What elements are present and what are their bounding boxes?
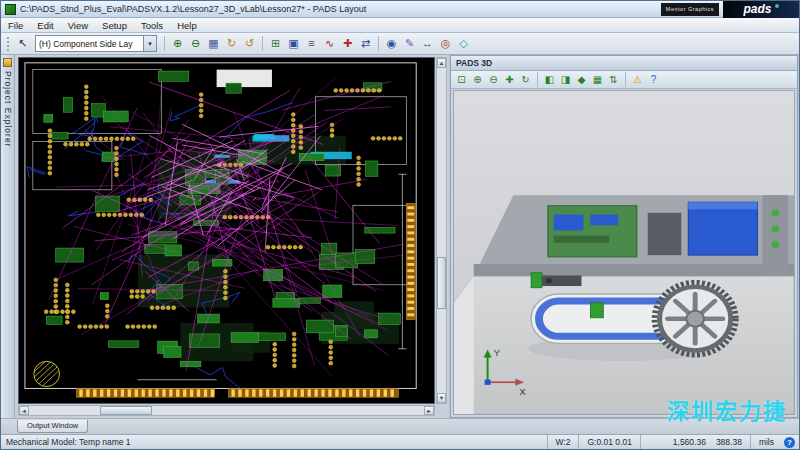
warning-icon[interactable]: ⚠ xyxy=(630,72,645,87)
swap-icon[interactable]: ⇄ xyxy=(357,35,374,52)
padstack-icon[interactable]: ◉ xyxy=(383,35,400,52)
view-top-icon[interactable]: ◨ xyxy=(558,72,573,87)
pads-layout-window: C:\PADS_Stnd_Plus_Eval\PADSVX.1.2\Lesson… xyxy=(0,0,800,450)
project-explorer-strip[interactable]: Project Explorer xyxy=(1,55,15,418)
route-icon[interactable]: ∿ xyxy=(321,35,338,52)
grid-setup-icon[interactable]: ⊞ xyxy=(267,35,284,52)
horizontal-scroll-thumb[interactable] xyxy=(100,406,152,415)
redraw-icon[interactable]: ↻ xyxy=(223,35,240,52)
zoom-fit-icon[interactable]: ⊡ xyxy=(454,72,469,87)
layer-dropdown[interactable]: (H) Component Side Lay ▾ xyxy=(35,35,157,52)
menu-tools[interactable]: Tools xyxy=(134,18,170,33)
undo-icon[interactable]: ↺ xyxy=(241,35,258,52)
status-units: mils xyxy=(750,435,782,449)
title-bar: C:\PADS_Stnd_Plus_Eval\PADSVX.1.2\Lesson… xyxy=(1,1,799,18)
status-coordinates: 1,560.36 388.38 xyxy=(640,435,750,449)
toolbar-separator xyxy=(537,72,538,87)
pads-3d-panel: PADS 3D ⊡ ⊕ ⊖ ✚ ↻ ◧ ◨ ◆ ▦ ⇅ ⚠ ? xyxy=(450,55,798,418)
pads-3d-toolbar: ⊡ ⊕ ⊖ ✚ ↻ ◧ ◨ ◆ ▦ ⇅ ⚠ ? xyxy=(451,71,797,89)
status-coord-y: 388.38 xyxy=(716,437,742,447)
verify-design-icon[interactable]: ◎ xyxy=(437,35,454,52)
view-iso-icon[interactable]: ◆ xyxy=(574,72,589,87)
scroll-left-icon[interactable]: ◄ xyxy=(19,406,29,415)
app-icon xyxy=(5,4,16,15)
zoom-in-icon[interactable]: ⊕ xyxy=(470,72,485,87)
menu-view[interactable]: View xyxy=(61,18,95,33)
scroll-up-icon[interactable]: ▲ xyxy=(437,58,446,68)
pads-3d-titlebar[interactable]: PADS 3D xyxy=(451,56,797,71)
pads-logo-text: pads xyxy=(743,2,771,16)
project-explorer-icon xyxy=(3,58,12,67)
help-icon[interactable]: ? xyxy=(646,72,661,87)
pcb-zone: ▲ ▼ ◄ ► xyxy=(15,55,449,418)
zoom-out-icon[interactable]: ⊖ xyxy=(486,72,501,87)
pads-logo: pads xyxy=(723,1,799,18)
menu-edit[interactable]: Edit xyxy=(30,18,60,33)
toolbar-separator xyxy=(625,72,626,87)
vertical-scroll-track[interactable] xyxy=(437,68,446,393)
wireframe-icon[interactable]: ▦ xyxy=(590,72,605,87)
scroll-down-icon[interactable]: ▼ xyxy=(437,393,446,403)
chevron-down-icon[interactable]: ▾ xyxy=(143,36,156,51)
flip-board-icon[interactable]: ⇅ xyxy=(606,72,621,87)
window-title: C:\PADS_Stnd_Plus_Eval\PADSVX.1.2\Lesson… xyxy=(20,4,657,14)
menu-bar: File Edit View Setup Tools Help xyxy=(1,18,799,33)
status-bar: Mechanical Model: Temp name 1 W:2 G:0.01… xyxy=(1,434,799,449)
pcb-vertical-scrollbar[interactable]: ▲ ▼ xyxy=(436,57,447,404)
pcb-drawing xyxy=(19,58,434,403)
layer-dropdown-value: (H) Component Side Lay xyxy=(36,39,143,49)
board-fit-icon[interactable]: ▦ xyxy=(205,35,222,52)
design-toolbox-icon[interactable]: ▣ xyxy=(285,35,302,52)
output-window-tab[interactable]: Output Window xyxy=(17,420,88,433)
drafting-icon[interactable]: ✎ xyxy=(401,35,418,52)
rotate-icon[interactable]: ↻ xyxy=(518,72,533,87)
main-toolbar: ↖ (H) Component Side Lay ▾ ⊕ ⊖ ▦ ↻ ↺ ⊞ ▣… xyxy=(1,33,799,55)
layer-list-icon[interactable]: ≡ xyxy=(303,35,320,52)
horizontal-scroll-track[interactable] xyxy=(29,406,424,415)
menu-help[interactable]: Help xyxy=(170,18,204,33)
pan-icon[interactable]: ✚ xyxy=(502,72,517,87)
pcb-3d-drawing: Y X xyxy=(454,91,794,414)
status-width: W:2 xyxy=(547,435,579,449)
watermark-text: 深圳宏力捷 xyxy=(667,393,787,425)
vertical-scroll-thumb[interactable] xyxy=(437,257,446,309)
toolbar-separator xyxy=(262,36,263,51)
status-coord-x: 1,560.36 xyxy=(673,437,706,447)
zoom-in-icon[interactable]: ⊕ xyxy=(169,35,186,52)
pcb-layout-canvas[interactable] xyxy=(18,57,435,404)
toolbar-separator xyxy=(378,36,379,51)
mentor-graphics-logo: Mentor Graphics xyxy=(661,3,719,16)
view-3d-icon[interactable]: ◇ xyxy=(455,35,472,52)
toolbar-separator xyxy=(164,36,165,51)
select-pointer-icon[interactable]: ↖ xyxy=(14,35,31,52)
axis-y-label: Y xyxy=(494,348,501,357)
menu-setup[interactable]: Setup xyxy=(95,18,134,33)
pcb-horizontal-scrollbar[interactable]: ◄ ► xyxy=(18,405,435,416)
view-front-icon[interactable]: ◧ xyxy=(542,72,557,87)
project-explorer-label: Project Explorer xyxy=(3,71,13,147)
help-button[interactable]: ? xyxy=(784,437,795,448)
status-grid: G:0.01 0.01 xyxy=(578,435,639,449)
scroll-right-icon[interactable]: ► xyxy=(424,406,434,415)
axis-x-label: X xyxy=(519,387,526,396)
status-model: Mechanical Model: Temp name 1 xyxy=(1,437,547,447)
pads-logo-dot xyxy=(775,4,779,8)
dimension-icon[interactable]: ↔ xyxy=(419,35,436,52)
pads-3d-title: PADS 3D xyxy=(456,58,792,68)
toolbar-grip xyxy=(7,37,10,51)
main-area: Project Explorer xyxy=(1,55,799,418)
move-icon[interactable]: ✚ xyxy=(339,35,356,52)
pads-3d-viewport[interactable]: Y X xyxy=(453,90,795,415)
menu-file[interactable]: File xyxy=(1,18,30,33)
zoom-out-icon[interactable]: ⊖ xyxy=(187,35,204,52)
